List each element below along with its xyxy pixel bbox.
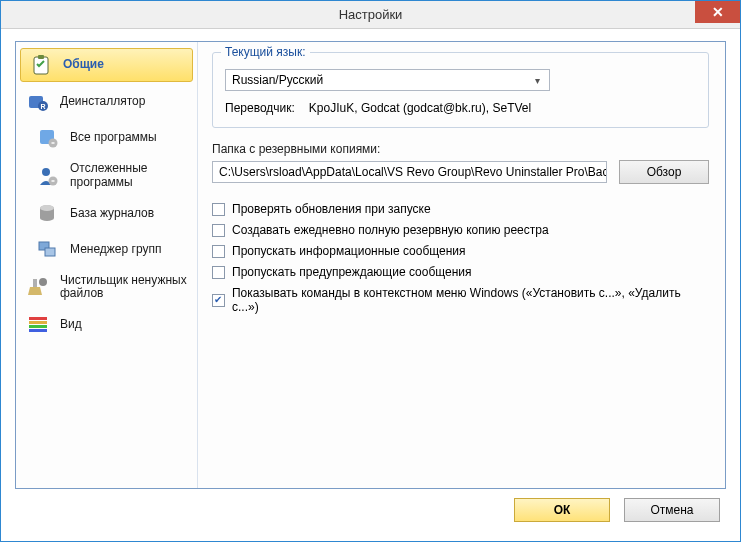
check-daily-backup[interactable]: Создавать ежедневно полную резервную коп… [212,223,709,237]
language-combo[interactable]: Russian/Русский ▾ [225,69,550,91]
ok-label: ОК [554,503,571,517]
sidebar-item-junk-cleaner[interactable]: Чистильщик ненужных файлов [16,268,197,308]
titlebar: Настройки ✕ [1,1,740,29]
svg-point-15 [39,278,47,286]
checkbox-icon [212,245,225,258]
svg-point-8 [42,168,50,176]
check-label: Создавать ежедневно полную резервную коп… [232,223,549,237]
checkbox-icon [212,203,225,216]
translator-label: Переводчик: [225,101,295,115]
clipboard-icon [29,53,53,77]
svg-rect-19 [29,329,47,332]
chevron-down-icon: ▾ [529,75,545,86]
sidebar-item-general[interactable]: Общие [20,48,193,82]
main-panel: Текущий язык: Russian/Русский ▾ Переводч… [198,42,725,488]
cancel-label: Отмена [650,503,693,517]
check-label: Проверять обновления при запуске [232,202,431,216]
backup-row: C:\Users\rsload\AppData\Local\VS Revo Gr… [212,160,709,184]
check-label: Пропускать информационные сообщения [232,244,466,258]
window-title: Настройки [1,7,740,22]
translator-row: Переводчик: KpoJIuK, Godcat (godcat@bk.r… [225,101,696,115]
translator-value: KpoJIuK, Godcat (godcat@bk.ru), SeTVel [309,101,531,115]
view-icon [26,313,50,337]
sidebar-item-uninstaller[interactable]: R Деинсталлятор [16,84,197,120]
dialog-footer: ОК Отмена [15,489,726,531]
svg-rect-0 [34,57,48,74]
sidebar-item-tracked-programs[interactable]: Отслеженные программы [16,156,197,196]
database-icon [36,202,60,226]
language-value: Russian/Русский [232,73,529,87]
cancel-button[interactable]: Отмена [624,498,720,522]
programs-icon [36,126,60,150]
svg-point-12 [40,205,54,211]
svg-rect-18 [29,325,47,328]
sidebar-item-label: Все программы [70,131,157,145]
sidebar-item-label: Менеджер групп [70,243,161,257]
sidebar-item-label: Вид [60,318,82,332]
browse-label: Обзор [647,165,682,179]
language-group: Текущий язык: Russian/Русский ▾ Переводч… [212,52,709,128]
sidebar-item-label: База журналов [70,207,154,221]
backup-label: Папка с резервными копиями: [212,142,709,156]
backup-path-input[interactable]: C:\Users\rsload\AppData\Local\VS Revo Gr… [212,161,607,183]
svg-rect-17 [29,321,47,324]
browse-button[interactable]: Обзор [619,160,709,184]
svg-rect-14 [45,248,55,256]
check-label: Показывать команды в контекстном меню Wi… [232,286,709,314]
svg-rect-7 [52,142,55,143]
sidebar-item-label: Деинсталлятор [60,95,145,109]
sidebar-item-log-database[interactable]: База журналов [16,196,197,232]
content-frame: Общие R Деинсталлятор Все программы [15,41,726,489]
sidebar-item-label: Отслеженные программы [70,162,189,190]
language-legend: Текущий язык: [221,45,310,59]
check-context-menu[interactable]: ✔ Показывать команды в контекстном меню … [212,286,709,314]
checkbox-icon [212,224,225,237]
sidebar-item-all-programs[interactable]: Все программы [16,120,197,156]
window-body: Общие R Деинсталлятор Все программы [1,29,740,541]
sidebar-item-label: Общие [63,58,104,72]
svg-rect-1 [38,55,44,59]
sidebar-item-label: Чистильщик ненужных файлов [60,274,189,302]
checkbox-icon [212,266,225,279]
backup-path-text: C:\Users\rsload\AppData\Local\VS Revo Gr… [219,165,607,179]
uninstaller-icon: R [26,90,50,114]
close-icon: ✕ [712,4,724,20]
settings-window: Настройки ✕ Общие R Деинсталлятор [0,0,741,542]
check-skip-info[interactable]: Пропускать информационные сообщения [212,244,709,258]
check-label: Пропускать предупреждающие сообщения [232,265,472,279]
sidebar-item-group-manager[interactable]: Менеджер групп [16,232,197,268]
svg-rect-16 [29,317,47,320]
tracked-icon [36,164,60,188]
close-button[interactable]: ✕ [695,1,740,23]
ok-button[interactable]: ОК [514,498,610,522]
checkbox-checked-icon: ✔ [212,294,225,307]
sidebar: Общие R Деинсталлятор Все программы [16,42,198,488]
svg-rect-10 [52,180,55,181]
svg-text:R: R [40,103,45,110]
check-updates[interactable]: Проверять обновления при запуске [212,202,709,216]
sidebar-item-view[interactable]: Вид [16,307,197,343]
group-manager-icon [36,238,60,262]
check-skip-warnings[interactable]: Пропускать предупреждающие сообщения [212,265,709,279]
cleaner-icon [26,275,50,299]
